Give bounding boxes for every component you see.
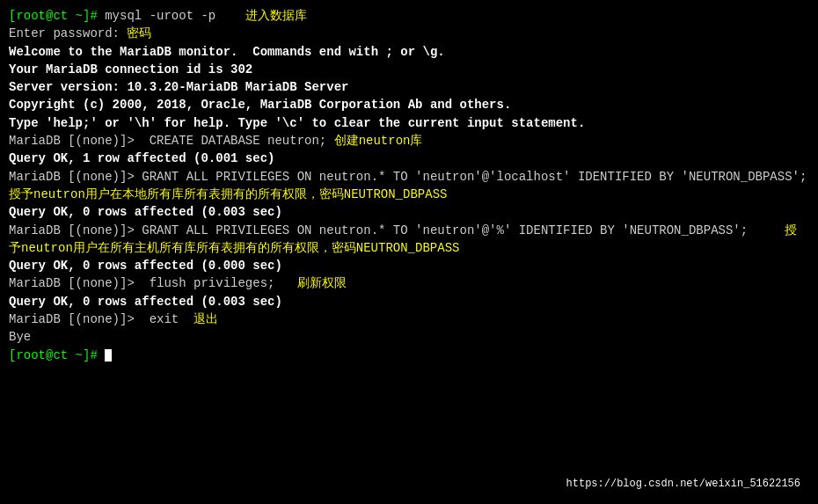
terminal-text: [root@ct ~]#: [9, 348, 105, 362]
watermark: https://blog.csdn.net/weixin_51622156: [566, 478, 800, 490]
terminal-text: Query OK, 0 rows affected (0.000 sec): [9, 259, 282, 273]
terminal-text: 退出: [179, 312, 218, 326]
terminal-line: [root@ct ~]#: [9, 347, 809, 364]
terminal-text: Copyright (c) 2000, 2018, Oracle, MariaD…: [9, 98, 511, 112]
terminal-line: MariaDB [(none)]> CREATE DATABASE neutro…: [9, 132, 809, 150]
terminal-text: 创建neutron库: [326, 134, 422, 148]
terminal-text: 密码: [127, 26, 151, 40]
terminal-text: Type 'help;' or '\h' for help. Type '\c'…: [9, 116, 585, 130]
terminal-text: Enter password:: [9, 26, 127, 40]
terminal-text: Query OK, 1 row affected (0.001 sec): [9, 151, 274, 165]
terminal-text: 刷新权限: [274, 276, 346, 290]
terminal-text: Welcome to the MariaDB monitor. Commands…: [9, 45, 445, 59]
terminal-text: MariaDB [(none)]> CREATE DATABASE neutro…: [9, 134, 326, 148]
terminal-text: MariaDB [(none)]> GRANT ALL PRIVILEGES O…: [9, 223, 748, 237]
terminal-text: MariaDB [(none)]> exit: [9, 312, 179, 326]
terminal-line: Enter password: 密码: [9, 25, 809, 42]
terminal-line: Query OK, 0 rows affected (0.000 sec): [9, 257, 809, 274]
terminal-line: Query OK, 1 row affected (0.001 sec): [9, 150, 809, 167]
terminal-line: Query OK, 0 rows affected (0.003 sec): [9, 203, 809, 221]
terminal-line: Query OK, 0 rows affected (0.003 sec): [9, 293, 809, 310]
terminal: [root@ct ~]# mysql -uroot -p 进入数据库Enter …: [9, 7, 809, 497]
terminal-line: MariaDB [(none)]> exit 退出: [9, 310, 809, 328]
terminal-text: Bye: [9, 330, 31, 344]
terminal-text: Query OK, 0 rows affected (0.003 sec): [9, 205, 282, 219]
terminal-text: MariaDB [(none)]> flush privileges;: [9, 276, 274, 290]
terminal-line: Your MariaDB connection id is 302: [9, 61, 809, 78]
terminal-line: MariaDB [(none)]> GRANT ALL PRIVILEGES O…: [9, 222, 809, 258]
terminal-line: Welcome to the MariaDB monitor. Commands…: [9, 43, 809, 61]
terminal-text: Your MariaDB connection id is 302: [9, 62, 252, 77]
terminal-text: Server version: 10.3.20-MariaDB MariaDB …: [9, 80, 348, 94]
terminal-line: MariaDB [(none)]> flush privileges; 刷新权限: [9, 274, 809, 292]
terminal-text: MariaDB [(none)]> GRANT ALL PRIVILEGES O…: [9, 170, 807, 184]
terminal-line: MariaDB [(none)]> GRANT ALL PRIVILEGES O…: [9, 168, 809, 204]
terminal-line: Server version: 10.3.20-MariaDB MariaDB …: [9, 78, 809, 96]
cursor: [105, 349, 112, 362]
terminal-line: Copyright (c) 2000, 2018, Oracle, MariaD…: [9, 96, 809, 113]
terminal-text: mysql -uroot -p: [105, 9, 215, 23]
terminal-line: Bye: [9, 328, 809, 346]
terminal-line: [root@ct ~]# mysql -uroot -p 进入数据库: [9, 7, 809, 25]
terminal-text: [root@ct ~]#: [9, 9, 105, 23]
terminal-text: Query OK, 0 rows affected (0.003 sec): [9, 295, 282, 309]
terminal-line: Type 'help;' or '\h' for help. Type '\c'…: [9, 114, 809, 132]
terminal-text: 进入数据库: [215, 9, 307, 23]
